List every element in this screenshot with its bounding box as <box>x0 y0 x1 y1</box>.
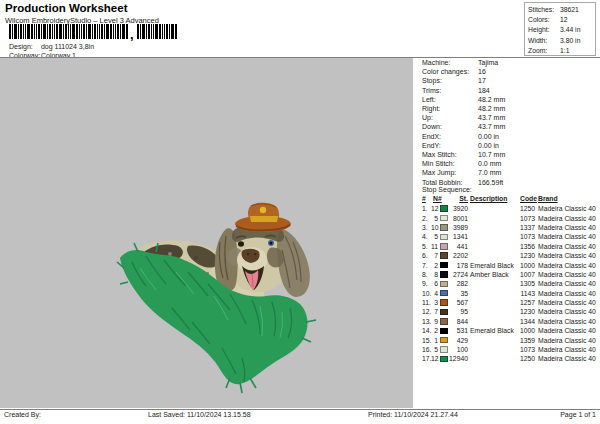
stop-sequence-row: 14. 2 531 Emerald Black 1000 Madeira Cla… <box>422 326 596 335</box>
machine-info-row: Right: 48.2 mm <box>422 104 598 113</box>
summary-row: Height: 3.44 in <box>528 25 595 35</box>
row-number: 4. <box>422 233 431 240</box>
thread-color-swatch <box>440 234 448 241</box>
stop-sequence-row: 6. 7 2202 1230 Madeira Classic 40 <box>422 251 596 260</box>
stop-sequence-row: 11. 3 567 1257 Madeira Classic 40 <box>422 298 596 307</box>
stop-sequence-row: 8. 8 2724 Amber Black 1007 Madeira Class… <box>422 270 596 279</box>
thread-color-swatch <box>440 356 448 363</box>
thread-brand: Madeira Classic 40 <box>535 280 596 287</box>
barcode-separator: , <box>130 27 134 41</box>
machine-info-value: 43.7 mm <box>478 113 598 122</box>
stitch-count: 531 <box>448 327 468 334</box>
thread-brand: Madeira Classic 40 <box>535 318 596 325</box>
thread-color-swatch <box>440 262 448 269</box>
design-label: Design: <box>9 43 39 50</box>
machine-info-label: EndX: <box>422 132 478 141</box>
production-worksheet-page: Production Worksheet Wilcom EmbroiderySt… <box>0 0 600 424</box>
thread-code: 1359 <box>520 337 535 344</box>
machine-info-label: Trims: <box>422 86 478 95</box>
needle-number: 2 <box>431 262 438 269</box>
design-row: Design: dog 111024 3,8in <box>9 43 94 50</box>
machine-info-row: Up: 43.7 mm <box>422 113 598 122</box>
thread-brand: Madeira Classic 40 <box>535 308 596 315</box>
stop-sequence-row: 2. 5 8001 1073 Madeira Classic 40 <box>422 213 596 222</box>
machine-info-label: Stops: <box>422 76 478 85</box>
summary-value: 1:1 <box>560 46 595 56</box>
stitch-count: 178 <box>448 262 468 269</box>
stitch-count: 100 <box>448 346 468 353</box>
thread-brand: Madeira Classic 40 <box>535 271 596 278</box>
footer-divider <box>0 409 600 410</box>
thread-color-swatch <box>440 290 448 297</box>
summary-label: Height: <box>528 25 560 35</box>
stop-sequence-title: Stop Sequence: <box>422 186 472 193</box>
dog-head <box>215 224 310 297</box>
footer-page-number: Page 1 of 1 <box>560 411 596 418</box>
col-header-code: Code <box>520 195 535 202</box>
thread-code: 1250 <box>520 355 535 362</box>
thread-code: 1143 <box>520 290 535 297</box>
needle-number: 10 <box>431 224 438 231</box>
footer-printed: Printed: 11/10/2024 21.27.44 <box>368 411 458 418</box>
row-number: 17. <box>422 355 431 362</box>
row-number: 1. <box>422 205 431 212</box>
machine-info-value: 10.7 mm <box>478 150 598 159</box>
machine-info-row: Stops: 17 <box>422 76 598 85</box>
machine-info-label: Left: <box>422 95 478 104</box>
thread-code: 1344 <box>520 318 535 325</box>
thread-code: 1073 <box>520 346 535 353</box>
needle-number: 5 <box>431 346 438 353</box>
row-number: 8. <box>422 271 431 278</box>
needle-number: 2 <box>431 327 438 334</box>
machine-info-label: Max Jump: <box>422 168 478 177</box>
stitch-count: 2724 <box>448 271 468 278</box>
stop-sequence-row: 15. 1 429 1359 Madeira Classic 40 <box>422 335 596 344</box>
dog-left-eye <box>238 241 244 247</box>
stop-sequence-row: 3. 10 3989 1337 Madeira Classic 40 <box>422 223 596 232</box>
machine-info-row: Max Jump: 7.0 mm <box>422 168 598 177</box>
machine-info-value: 48.2 mm <box>478 104 598 113</box>
thread-color-swatch <box>440 318 448 325</box>
footer-last-saved: Last Saved: 11/10/2024 13.15.58 <box>148 411 251 418</box>
thread-color-swatch <box>440 346 448 353</box>
barcode-image: , <box>9 24 179 41</box>
machine-info-value: 0.00 in <box>478 132 598 141</box>
stitch-count: 3920 <box>448 205 468 212</box>
col-header-num: # <box>422 195 431 202</box>
thread-brand: Madeira Classic 40 <box>535 299 596 306</box>
thread-color-swatch <box>440 215 448 222</box>
thread-code: 1000 <box>520 262 535 269</box>
machine-info-row: Trims: 184 <box>422 86 598 95</box>
machine-info-value: 0.00 in <box>478 141 598 150</box>
stop-sequence-header: # N# St. Description Code Brand <box>422 195 558 202</box>
thread-code: 1007 <box>520 271 535 278</box>
row-number: 16. <box>422 346 431 353</box>
summary-row: Stitches: 38621 <box>528 5 595 15</box>
machine-info-row: Min Stitch: 0.0 mm <box>422 159 598 168</box>
stitch-count: 567 <box>448 299 468 306</box>
thread-description: Amber Black <box>468 271 520 278</box>
machine-info-row: Color changes: 16 <box>422 67 598 76</box>
row-number: 3. <box>422 224 431 231</box>
machine-info-row: Left: 48.2 mm <box>422 95 598 104</box>
row-number: 6. <box>422 252 431 259</box>
thread-brand: Madeira Classic 40 <box>535 327 596 334</box>
needle-number: 6 <box>431 280 438 287</box>
machine-info-label: Color changes: <box>422 67 478 76</box>
stitch-count: 2202 <box>448 252 468 259</box>
row-number: 13. <box>422 318 431 325</box>
row-number: 11. <box>422 299 431 306</box>
machine-info-value: 17 <box>478 76 598 85</box>
thread-brand: Madeira Classic 40 <box>535 346 596 353</box>
thread-description: Emerald Black <box>468 327 520 334</box>
stitch-count: 1341 <box>448 233 468 240</box>
needle-number: 1 <box>431 337 438 344</box>
thread-brand: Madeira Classic 40 <box>535 355 596 362</box>
row-number: 9. <box>422 280 431 287</box>
needle-number: 5 <box>431 215 438 222</box>
machine-info-panel: Machine: Tajima Color changes: 16 Stops:… <box>422 58 598 187</box>
row-number: 5. <box>422 243 431 250</box>
summary-label: Stitches: <box>528 5 560 15</box>
machine-info-label: Max Stitch: <box>422 150 478 159</box>
stop-sequence-row: 13. 9 844 1344 Madeira Classic 40 <box>422 317 596 326</box>
